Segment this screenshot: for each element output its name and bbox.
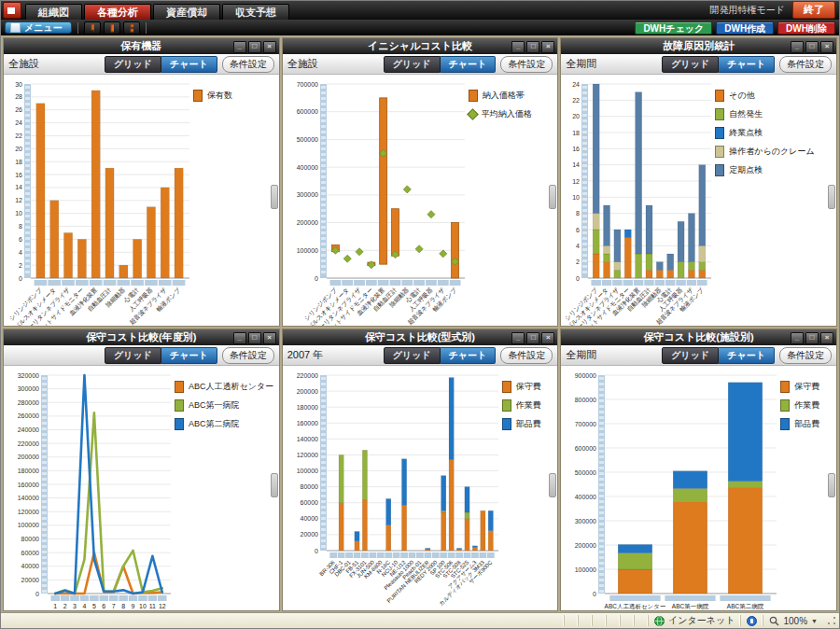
window-cascade-button[interactable] (84, 21, 101, 35)
minimize-icon[interactable]: _ (791, 332, 804, 344)
chart-view-button[interactable]: チャート (161, 347, 217, 364)
minimize-icon[interactable]: _ (233, 332, 246, 344)
zoom-control[interactable]: 100% ▼ (763, 615, 823, 626)
legend-item: 部品費 (780, 418, 819, 430)
svg-text:260000: 260000 (18, 412, 39, 419)
close-icon[interactable]: × (541, 41, 554, 53)
chart-view-button[interactable]: チャート (719, 56, 775, 73)
minimize-icon[interactable]: _ (233, 41, 246, 53)
minimize-icon[interactable]: _ (511, 332, 525, 344)
scrollbar-thumb[interactable] (271, 185, 278, 209)
legend-item: その他 (715, 90, 814, 102)
maximize-icon[interactable]: □ (526, 41, 539, 53)
legend-swatch (175, 418, 184, 430)
svg-text:16: 16 (573, 146, 581, 152)
condition-settings-button[interactable]: 条件設定 (222, 56, 274, 73)
condition-settings-button[interactable]: 条件設定 (779, 56, 832, 73)
grid-view-button[interactable]: グリッド (384, 347, 441, 364)
condition-settings-button[interactable]: 条件設定 (500, 347, 553, 364)
grid-view-button[interactable]: グリッド (662, 347, 719, 364)
legend-item: ABC第一病院 (175, 399, 273, 412)
grid-view-button[interactable]: グリッド (105, 347, 161, 364)
condition-settings-button[interactable]: 条件設定 (779, 347, 832, 364)
privilege-mode-label: 開発用特権モード (710, 4, 785, 17)
svg-text:800000: 800000 (575, 397, 596, 403)
minimize-icon[interactable]: _ (511, 41, 525, 53)
svg-text:120000: 120000 (18, 509, 39, 515)
close-icon[interactable]: × (820, 41, 833, 53)
tab-forecast[interactable]: 収支予想 (222, 4, 289, 20)
panel-title-bar[interactable]: イニシャルコスト比較 _□× (283, 38, 558, 54)
legend-item: 自然発生 (715, 108, 814, 120)
chart-view-button[interactable]: チャート (441, 56, 497, 73)
grid-view-button[interactable]: グリッド (105, 56, 161, 73)
network-zone-cell: インターネット (648, 615, 740, 626)
menu-button[interactable]: メニュー (5, 21, 72, 34)
svg-text:140000: 140000 (296, 436, 317, 442)
grid-view-button[interactable]: グリッド (662, 56, 719, 73)
maximize-icon[interactable]: □ (248, 41, 261, 53)
legend-label: 平均納入価格 (482, 108, 532, 120)
chart-view-button[interactable]: チャート (441, 347, 497, 364)
menu-button-label: メニュー (24, 21, 63, 35)
chart-view-button[interactable]: チャート (719, 347, 775, 364)
legend-item: 納入価格帯 (469, 90, 532, 102)
close-icon[interactable]: × (541, 332, 554, 344)
dwh-delete-button[interactable]: DWH削除 (777, 21, 835, 35)
close-icon[interactable]: × (263, 332, 276, 344)
legend-label: 定期点検 (729, 164, 763, 176)
svg-text:120000: 120000 (296, 452, 317, 458)
svg-text:180000: 180000 (296, 404, 317, 411)
condition-settings-button[interactable]: 条件設定 (222, 347, 274, 364)
panel-title-bar[interactable]: 保守コスト比較(型式別) _□× (283, 329, 558, 345)
scrollbar-thumb[interactable] (828, 185, 835, 209)
window-tile-button[interactable] (104, 21, 120, 35)
window-cascade-icon (91, 23, 94, 33)
maximize-icon[interactable]: □ (526, 332, 539, 344)
tab-analysis[interactable]: 各種分析 (84, 4, 151, 20)
chart-area: 0100000200000300000400000500000600000700… (561, 366, 836, 610)
panel-title-bar[interactable]: 保守コスト比較(年度別) _□× (4, 329, 279, 345)
condition-settings-button[interactable]: 条件設定 (500, 56, 553, 73)
chart-view-button[interactable]: チャート (161, 56, 217, 73)
panel-title-bar[interactable]: 故障原因別統計 _□× (561, 38, 836, 54)
svg-text:200000: 200000 (18, 454, 39, 460)
tab-depreciation[interactable]: 資産償却 (153, 4, 220, 20)
app-icon[interactable] (3, 2, 21, 19)
network-zone-label: インターネット (668, 614, 735, 627)
status-cell (564, 615, 578, 626)
svg-text:280000: 280000 (18, 399, 39, 406)
svg-text:700000: 700000 (296, 81, 317, 88)
svg-text:2: 2 (19, 262, 22, 269)
panel-toolbar: 全期間 グリッド チャート 条件設定 (561, 345, 836, 366)
svg-text:300000: 300000 (575, 518, 596, 524)
grid-view-button[interactable]: グリッド (384, 56, 441, 73)
scrollbar-thumb[interactable] (549, 473, 556, 497)
scrollbar-thumb[interactable] (828, 473, 835, 497)
panel-subtitle: 全期間 (566, 57, 596, 71)
maximize-icon[interactable]: □ (805, 41, 819, 53)
chevron-down-icon[interactable]: ▼ (811, 618, 818, 624)
svg-text:ABC第一病院: ABC第一病院 (672, 603, 709, 610)
close-icon[interactable]: × (263, 41, 276, 53)
svg-text:18: 18 (15, 159, 22, 165)
tab-organization[interactable]: 組織図 (25, 4, 82, 20)
svg-text:20: 20 (15, 146, 22, 152)
scrollbar-thumb[interactable] (271, 473, 278, 497)
maximize-icon[interactable]: □ (805, 332, 819, 344)
dwh-check-button[interactable]: DWHチェック (635, 21, 712, 35)
resize-grip[interactable] (827, 616, 836, 625)
exit-button[interactable]: 終了 (792, 1, 835, 19)
legend-item: 平均納入価格 (469, 108, 532, 120)
panel-title-bar[interactable]: 保守コスト比較(施設別) _□× (561, 329, 836, 345)
panel-title-bar[interactable]: 保有機器 _□× (4, 38, 279, 54)
dwh-create-button[interactable]: DWH作成 (716, 21, 774, 35)
legend-item: 部品費 (502, 418, 541, 430)
status-bar: インターネット 100% ▼ (1, 612, 839, 628)
svg-text:1: 1 (53, 603, 57, 609)
window-grid-button[interactable] (123, 21, 140, 35)
minimize-icon[interactable]: _ (791, 41, 804, 53)
maximize-icon[interactable]: □ (248, 332, 261, 344)
scrollbar-thumb[interactable] (549, 185, 556, 209)
close-icon[interactable]: × (820, 332, 833, 344)
